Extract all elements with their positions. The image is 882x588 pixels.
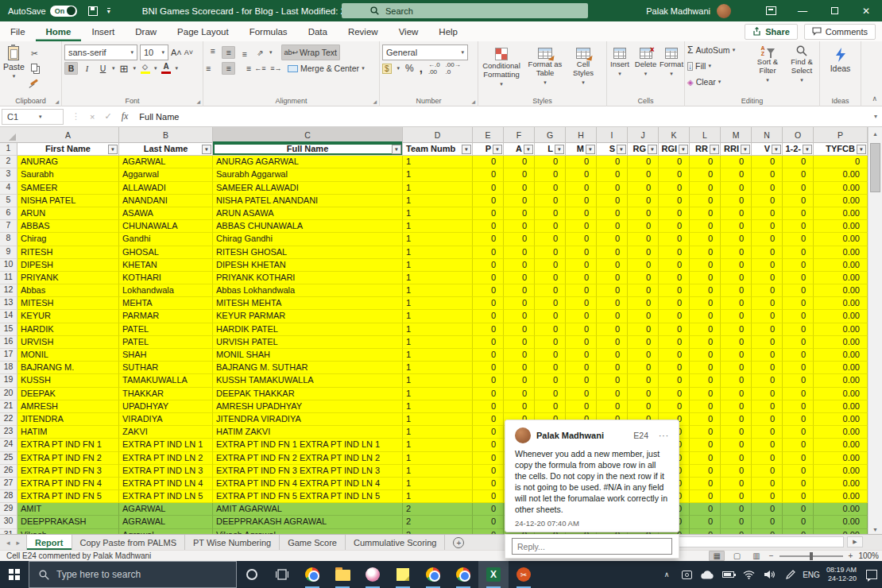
chrome-app-button[interactable]	[297, 561, 327, 588]
comment-more-options-icon[interactable]: ···	[659, 431, 669, 440]
confirm-entry-icon[interactable]: ✓	[104, 111, 111, 122]
filter-dropdown-icon[interactable]: ▾	[857, 145, 866, 154]
cell-full-name[interactable]: KUSSH TAMAKUWALLA	[213, 374, 403, 387]
cell-stat[interactable]: 0	[659, 220, 690, 233]
cell-stat[interactable]: 0	[783, 490, 814, 503]
cell-stat[interactable]: 0	[783, 452, 814, 465]
sheet-tab-copy-paste-from-palms[interactable]: Copy Paste from PALMS	[72, 535, 185, 550]
cell-team-number[interactable]: 2	[403, 503, 473, 516]
cell-stat[interactable]: 0	[752, 490, 783, 503]
cell-full-name[interactable]: DEEPPRAKASH AGRAWAL	[213, 516, 403, 528]
header-cell-a[interactable]: A▾	[504, 143, 535, 156]
cell-stat[interactable]: 0	[752, 323, 783, 336]
account-area[interactable]: Palak Madhwani	[646, 0, 731, 21]
cell-stat[interactable]: 0	[721, 374, 752, 387]
cell-stat[interactable]: 0	[473, 478, 504, 490]
cell-stat[interactable]: 0	[721, 439, 752, 451]
cell-team-number[interactable]: 1	[403, 490, 473, 503]
cell-stat[interactable]: 0	[752, 478, 783, 490]
cell-tyfcb[interactable]: 0.00	[814, 349, 868, 362]
middle-align-button[interactable]: ≡	[222, 46, 235, 59]
format-painter-button[interactable]	[28, 75, 41, 88]
cell-first-name[interactable]: BAJRANG M.	[17, 362, 119, 374]
cell-stat[interactable]: 0	[659, 374, 690, 387]
cell-stat[interactable]: 0	[752, 426, 783, 439]
row-number[interactable]: 16	[0, 336, 17, 349]
chrome-app-button-3[interactable]	[448, 561, 478, 588]
cell-stat[interactable]: 0	[752, 413, 783, 426]
cell-last-name[interactable]: GHOSAL	[119, 246, 213, 259]
cell-stat[interactable]: 0	[473, 426, 504, 439]
cell-stat[interactable]: 0	[659, 336, 690, 349]
cell-stat[interactable]: 0	[783, 413, 814, 426]
cell-stat[interactable]: 0	[752, 529, 783, 534]
cell-stat[interactable]: 0	[783, 272, 814, 284]
filter-dropdown-icon[interactable]: ▾	[586, 145, 595, 154]
formula-content[interactable]: Full Name	[139, 112, 179, 122]
cell-stat[interactable]: 0	[659, 195, 690, 207]
column-letter-J[interactable]: J	[628, 127, 659, 143]
cell-full-name[interactable]: ANURAG AGARWAL	[213, 156, 403, 168]
cell-team-number[interactable]: 1	[403, 233, 473, 246]
cell-team-number[interactable]: 2	[403, 516, 473, 528]
cell-stat[interactable]: 0	[473, 195, 504, 207]
cell-stat[interactable]: 0	[504, 400, 535, 413]
clock[interactable]: 08:19 AM 24-12-20	[822, 566, 861, 584]
cell-stat[interactable]: 0	[752, 297, 783, 310]
cell-stat[interactable]: 0	[721, 195, 752, 207]
column-letter-K[interactable]: K	[659, 127, 690, 143]
cell-stat[interactable]: 0	[504, 156, 535, 168]
cell-stat[interactable]: 0	[783, 400, 814, 413]
tab-review[interactable]: Review	[338, 21, 389, 41]
cell-team-number[interactable]: 1	[403, 362, 473, 374]
cell-stat[interactable]: 0	[566, 156, 597, 168]
cell-stat[interactable]: 0	[473, 439, 504, 451]
cell-stat[interactable]: 0	[659, 297, 690, 310]
cell-stat[interactable]: 0	[659, 259, 690, 272]
cell-full-name[interactable]: MONIL SHAH	[213, 349, 403, 362]
row-number[interactable]: 1	[0, 143, 17, 156]
cell-stat[interactable]: 0	[690, 413, 721, 426]
cell-stat[interactable]: 0	[628, 272, 659, 284]
cell-stat[interactable]: 0	[535, 156, 566, 168]
row-number[interactable]: 31	[0, 529, 17, 534]
cell-first-name[interactable]: EXTRA PT IND FN 2	[17, 452, 119, 465]
cell-first-name[interactable]: ARUN	[17, 207, 119, 220]
column-letter-N[interactable]: N	[752, 127, 783, 143]
cell-tyfcb[interactable]: 0.00	[814, 246, 868, 259]
cell-last-name[interactable]: ZAKVI	[119, 426, 213, 439]
cell-last-name[interactable]: AGRAWAL	[119, 516, 213, 528]
cell-stat[interactable]: 0	[690, 310, 721, 323]
cell-stat[interactable]: 0	[473, 490, 504, 503]
cell-stat[interactable]: 0	[473, 233, 504, 246]
cell-stat[interactable]: 0	[752, 349, 783, 362]
cell-stat[interactable]: 0	[690, 233, 721, 246]
cell-stat[interactable]: 0	[628, 195, 659, 207]
header-cell-full-name[interactable]: Full Name▾	[213, 143, 403, 156]
cell-tyfcb[interactable]: 0.00	[814, 207, 868, 220]
cell-stat[interactable]: 0	[566, 259, 597, 272]
close-button[interactable]: ✕	[850, 0, 882, 21]
header-cell-s[interactable]: S▾	[597, 143, 628, 156]
cell-stat[interactable]: 0	[628, 168, 659, 181]
cell-stat[interactable]: 0	[690, 272, 721, 284]
column-letter-A[interactable]: A	[17, 127, 119, 143]
percent-style-button[interactable]: %	[405, 63, 414, 74]
next-sheet-icon[interactable]: ▸	[17, 539, 21, 547]
cell-first-name[interactable]: Vikash	[17, 529, 119, 534]
cell-stat[interactable]: 0	[597, 168, 628, 181]
cell-stat[interactable]: 0	[504, 220, 535, 233]
cell-stat[interactable]: 0	[721, 233, 752, 246]
sheet-tab-cummulative-scoring[interactable]: Cummulative Scoring	[346, 535, 446, 550]
cell-stat[interactable]: 0	[721, 297, 752, 310]
autosave-control[interactable]: AutoSave On	[8, 6, 77, 17]
row-number[interactable]: 18	[0, 362, 17, 374]
cell-stat[interactable]: 0	[690, 207, 721, 220]
cell-stat[interactable]: 0	[690, 400, 721, 413]
start-button[interactable]	[0, 561, 29, 588]
titlebar-search[interactable]: Search	[342, 3, 588, 18]
page-break-view-button[interactable]: ▥	[749, 551, 763, 560]
cell-stat[interactable]: 0	[721, 156, 752, 168]
filter-dropdown-icon[interactable]: ▾	[462, 145, 471, 154]
taskbar-search[interactable]	[29, 561, 237, 588]
